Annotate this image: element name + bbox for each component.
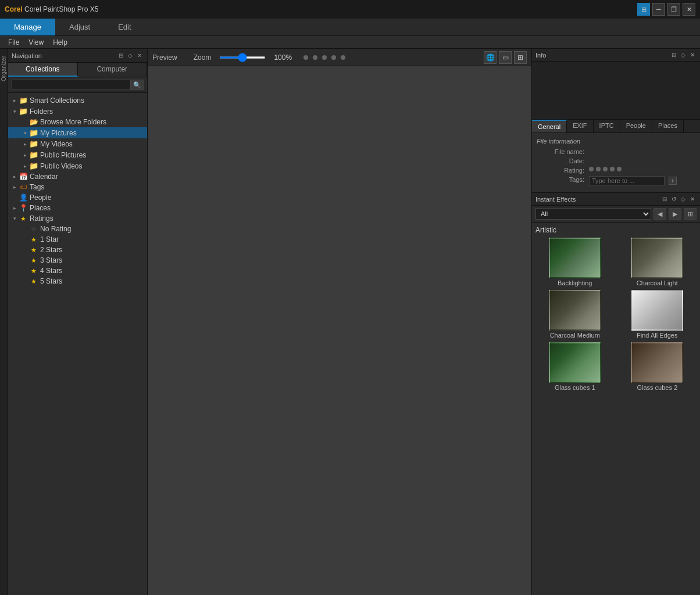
tree-item-ratings[interactable]: ▾ ★ Ratings <box>8 213 147 224</box>
tree-item-2stars[interactable]: ★ 2 Stars <box>8 245 147 255</box>
tree-item-browse-more[interactable]: 📂 Browse More Folders <box>8 117 147 127</box>
globe-button[interactable]: 🌐 <box>484 51 497 64</box>
tree-item-no-rating[interactable]: ☆ No Rating <box>8 224 147 234</box>
rating-dot-4[interactable] <box>610 167 615 171</box>
tree-item-1star[interactable]: ★ 1 Star <box>8 234 147 245</box>
dot-5 <box>341 55 345 60</box>
rating-dot-2[interactable] <box>596 167 601 171</box>
single-view-button[interactable]: ▭ <box>499 51 512 64</box>
effect-backlighting[interactable]: Backlighting <box>535 238 615 286</box>
effects-filter-select[interactable]: All <box>535 208 651 220</box>
effect-glass-cubes-1[interactable]: Glass cubes 1 <box>535 342 615 391</box>
nav-title: Navigation <box>12 52 117 59</box>
effects-forward-button[interactable]: ▶ <box>669 208 681 220</box>
public-pictures-icon: 📁 <box>29 150 38 159</box>
tree-item-my-videos[interactable]: ▸ 📁 My Videos <box>8 138 147 149</box>
rating-dot-5[interactable] <box>617 167 622 171</box>
grid-view-button[interactable]: ⊞ <box>514 51 527 64</box>
rating-dot-1[interactable] <box>589 167 594 171</box>
effects-float-button[interactable]: ◇ <box>679 195 687 203</box>
4stars-icon: ★ <box>29 267 38 275</box>
effects-pin-button[interactable]: ⊟ <box>660 195 669 203</box>
itab-iptc[interactable]: IPTC <box>594 120 620 132</box>
title-bar: Corel Corel PaintShop Pro X5 ⊞ ─ ❐ ✕ <box>0 0 700 19</box>
zoom-label: Zoom <box>194 53 212 62</box>
effect-charcoal-light[interactable]: Charcoal Light <box>618 238 697 286</box>
close-button[interactable]: ✕ <box>683 3 695 16</box>
browse-more-icon: 📂 <box>29 118 38 126</box>
expander-icon: ▸ <box>21 163 29 169</box>
effects-filter-bar: All ◀ ▶ ⊞ <box>532 206 700 223</box>
nav-float-button[interactable]: ◇ <box>126 52 134 60</box>
tree-item-tags[interactable]: ▸ 🏷 Tags <box>8 182 147 192</box>
tab-edit[interactable]: Edit <box>104 19 145 35</box>
tags-add-button[interactable]: + <box>669 177 677 185</box>
tree-item-people[interactable]: 👤 People <box>8 192 147 203</box>
file-info-title: File information <box>537 138 695 145</box>
5stars-label: 5 Stars <box>40 277 62 285</box>
window-controls: ⊞ ─ ❐ ✕ <box>637 3 695 16</box>
restore-button[interactable]: ❐ <box>667 3 680 16</box>
tree-item-places[interactable]: ▸ 📍 Places <box>8 203 147 213</box>
rating-dots <box>589 167 695 171</box>
no-rating-label: No Rating <box>40 225 71 233</box>
info-float-button[interactable]: ◇ <box>679 51 687 59</box>
itab-places[interactable]: Places <box>652 120 684 132</box>
info-tab-bar: General EXIF IPTC People Places <box>532 120 700 133</box>
info-header: Info ⊟ ◇ ✕ <box>532 49 700 62</box>
tree-item-4stars[interactable]: ★ 4 Stars <box>8 266 147 276</box>
dot-4 <box>331 55 336 60</box>
effects-content: Artistic Backlighting Charcoal Light <box>532 223 700 595</box>
grid-button[interactable]: ⊞ <box>637 3 650 16</box>
nav-pin-button[interactable]: ⊟ <box>117 52 125 60</box>
effect-label-glass-cubes-2: Glass cubes 2 <box>637 384 677 391</box>
public-videos-label: Public Videos <box>40 162 83 170</box>
effects-close-button[interactable]: ✕ <box>688 195 697 203</box>
minimize-button[interactable]: ─ <box>652 3 665 16</box>
tab-manage[interactable]: Manage <box>0 19 55 35</box>
itab-people[interactable]: People <box>620 120 652 132</box>
app-logo: Corel <box>5 5 24 13</box>
calendar-icon: 📅 <box>19 173 28 181</box>
main-area: Organizer Navigation ⊟ ◇ ✕ Collections C… <box>0 49 700 595</box>
menu-help[interactable]: Help <box>48 36 72 48</box>
menu-view[interactable]: View <box>24 36 48 48</box>
tree-item-my-pictures[interactable]: ▾ 📁 My Pictures <box>8 127 147 138</box>
tree-item-smart-collections[interactable]: ▸ 📁 Smart Collections <box>8 95 147 106</box>
expander-icon: ▸ <box>10 205 19 211</box>
info-close-button[interactable]: ✕ <box>688 51 697 59</box>
menu-file[interactable]: File <box>3 36 24 48</box>
organizer-label: Organizer <box>1 56 7 81</box>
search-input[interactable] <box>12 80 131 90</box>
effect-label-glass-cubes-1: Glass cubes 1 <box>555 384 595 391</box>
rating-dot-3[interactable] <box>603 167 608 171</box>
effect-glass-cubes-2[interactable]: Glass cubes 2 <box>618 342 697 391</box>
effects-grid-button[interactable]: ⊞ <box>684 208 697 220</box>
tags-input[interactable] <box>589 176 665 185</box>
tree-item-public-pictures[interactable]: ▸ 📁 Public Pictures <box>8 149 147 160</box>
zoom-slider[interactable] <box>219 56 266 59</box>
tab-collections[interactable]: Collections <box>8 63 78 77</box>
tree-item-calendar[interactable]: ▸ 📅 Calendar <box>8 171 147 182</box>
tab-computer[interactable]: Computer <box>78 63 148 77</box>
itab-exif[interactable]: EXIF <box>567 120 593 132</box>
info-pin-button[interactable]: ⊟ <box>670 51 678 59</box>
tree-item-3stars[interactable]: ★ 3 Stars <box>8 255 147 266</box>
nav-close-button[interactable]: ✕ <box>135 52 144 60</box>
expander-icon: ▸ <box>10 98 19 103</box>
center-area: Preview Zoom 100% 🌐 ▭ ⊞ <box>148 49 531 595</box>
tree-item-5stars[interactable]: ★ 5 Stars <box>8 276 147 286</box>
tree-item-folders[interactable]: ▾ 📁 Folders <box>8 106 147 117</box>
tags-key: Tags: <box>537 176 589 183</box>
search-button[interactable]: 🔍 <box>131 80 144 90</box>
effects-back-button[interactable]: ◀ <box>653 208 666 220</box>
itab-general[interactable]: General <box>532 120 567 132</box>
rating-key: Rating: <box>537 167 589 174</box>
tree-item-public-videos[interactable]: ▸ 📁 Public Videos <box>8 160 147 171</box>
tags-val: + <box>589 176 695 185</box>
date-row: Date: <box>537 157 695 164</box>
tab-adjust[interactable]: Adjust <box>55 19 104 35</box>
effects-refresh-button[interactable]: ↺ <box>670 195 678 203</box>
effect-find-all-edges[interactable]: Find All Edges <box>618 290 697 339</box>
effect-charcoal-medium[interactable]: Charcoal Medium <box>535 290 615 339</box>
